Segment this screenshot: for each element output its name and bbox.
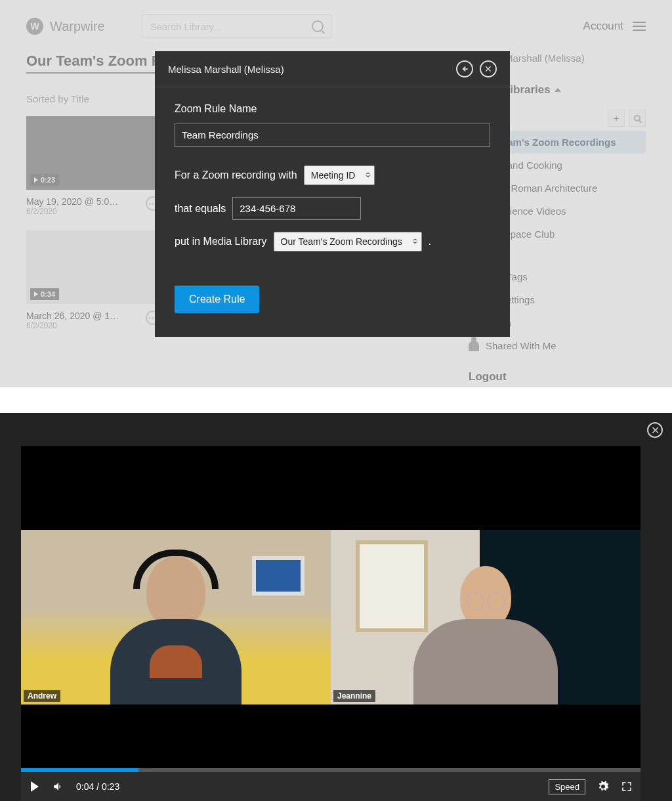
time-display: 0:04 / 0:23 [76,781,119,792]
put-label: put in Media Library [175,236,267,248]
wall-art-icon [252,556,304,595]
video-stage[interactable]: Andrew Jeannine [21,446,640,772]
play-button[interactable] [29,781,41,792]
participant-tile-jeannine: Jeannine [331,530,640,704]
volume-button[interactable] [52,781,64,792]
equals-input[interactable] [232,197,361,220]
participant-tile-andrew: Andrew [21,530,331,704]
for-label: For a Zoom recording with [175,169,297,181]
rule-name-label: Zoom Rule Name [175,103,490,115]
rule-name-input[interactable] [175,123,490,147]
destination-library-select[interactable]: Our Team's Zoom Recordings [274,232,422,251]
play-icon [31,781,39,792]
period: . [429,236,431,248]
video-player-panel: ✕ Andrew Jeannine [0,400,672,801]
zoom-rule-modal: Melissa Marshall (Melissa) ✕ Zoom Rule N… [155,51,510,337]
match-field-select[interactable]: Meeting ID [304,165,375,185]
fullscreen-button[interactable] [621,781,633,792]
person-silhouette [150,645,202,678]
person-silhouette [146,556,205,628]
glasses-icon [466,592,505,611]
participant-name-tag: Jeannine [333,690,375,702]
participant-name-tag: Andrew [24,690,60,702]
speed-button[interactable]: Speed [549,779,585,794]
person-silhouette [413,619,558,704]
settings-button[interactable] [597,781,609,792]
player-close-button[interactable]: ✕ [647,422,663,438]
modal-close-button[interactable]: ✕ [480,60,497,77]
equals-label: that equals [175,203,226,215]
player-controls: 0:04 / 0:23 Speed [21,772,640,801]
wall-art-icon [356,540,428,632]
modal-back-button[interactable] [456,60,473,77]
create-rule-button[interactable]: Create Rule [175,286,259,313]
modal-title: Melissa Marshall (Melissa) [168,64,284,75]
